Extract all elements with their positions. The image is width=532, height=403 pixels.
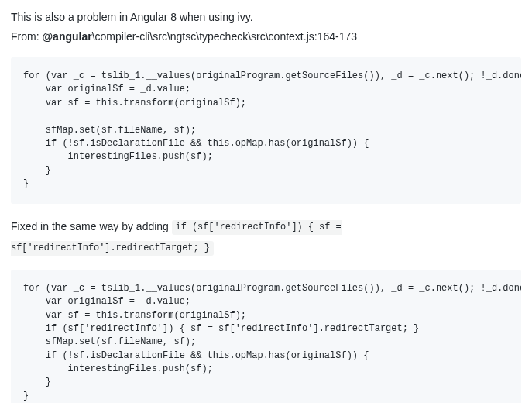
intro-prefix: From: (11, 30, 42, 43)
intro-package: @angular (42, 30, 91, 43)
intro-line-2: From: @angular\compiler-cli\src\ngtsc\ty… (11, 29, 521, 45)
fix-description: Fixed in the same way by adding if (sf['… (11, 216, 521, 257)
intro-path: \compiler-cli\src\ngtsc\typecheck\src\co… (92, 30, 357, 43)
fix-text: Fixed in the same way by adding (11, 220, 172, 232)
code-block-fixed[interactable]: for (var _c = tslib_1.__values(originalP… (11, 270, 521, 403)
code-block-original[interactable]: for (var _c = tslib_1.__values(originalP… (11, 57, 521, 204)
intro-line-1: This is also a problem in Angular 8 when… (11, 9, 521, 26)
